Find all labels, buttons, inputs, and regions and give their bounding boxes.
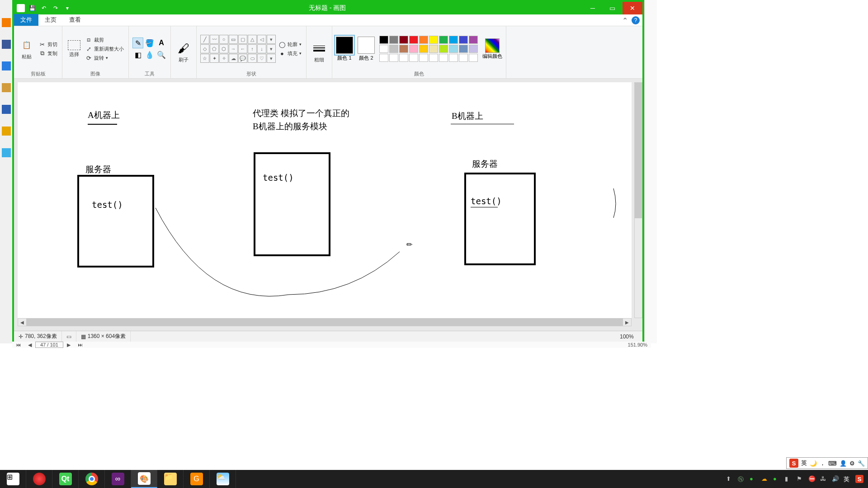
palette-color[interactable]	[409, 54, 418, 62]
tray-icon[interactable]: ☁	[761, 475, 769, 483]
palette-color[interactable]	[409, 45, 418, 53]
tray-no-entry-icon[interactable]: ⛔	[808, 475, 816, 483]
qat-undo-icon[interactable]: ↶	[39, 4, 48, 13]
palette-color[interactable]	[419, 54, 428, 62]
label-a-machine: A机器上	[88, 109, 120, 121]
tab-view[interactable]: 查看	[63, 14, 87, 26]
palette-color[interactable]	[459, 54, 468, 62]
shapes-gallery[interactable]: ╱〰○▭▢△◁▾ ◇⬠⬡→←↑↓▾ ☆✦✧☁💬⬭♡▾	[200, 35, 276, 63]
help-icon[interactable]: ?	[632, 16, 640, 24]
palette-color[interactable]	[379, 45, 388, 53]
palette-color[interactable]	[429, 45, 438, 53]
close-button[interactable]: ✕	[623, 2, 642, 14]
tray-lang[interactable]: 英	[844, 475, 851, 483]
selection-size-icon: ▭	[66, 333, 71, 340]
tray-network-icon[interactable]: 🖧	[820, 475, 827, 483]
tray-sogou-icon[interactable]: S	[855, 475, 863, 483]
palette-color[interactable]	[429, 54, 438, 62]
start-button[interactable]: ⊞	[0, 470, 26, 488]
rotate-button[interactable]: ⟳旋转▾	[84, 54, 125, 62]
palette-color[interactable]	[389, 45, 398, 53]
task-qt[interactable]: Qt	[52, 470, 79, 488]
paint-window: 💾 ↶ ↷ ▾ 无标题 - 画图 ─ ▭ ✕ 文件 主页 查看 ⌃ ? 📋 粘贴	[12, 0, 644, 343]
qat-dropdown-icon[interactable]: ▾	[63, 4, 72, 13]
palette-color[interactable]	[469, 45, 478, 53]
tab-home[interactable]: 主页	[38, 14, 63, 26]
palette-color[interactable]	[419, 36, 428, 44]
minimize-button[interactable]: ─	[583, 2, 603, 14]
task-weather[interactable]: ⛅	[210, 470, 236, 488]
palette-color[interactable]	[459, 45, 468, 53]
palette-color[interactable]	[399, 45, 408, 53]
task-vs[interactable]: ∞	[105, 470, 131, 488]
text-tool[interactable]: A	[156, 38, 167, 48]
palette-color[interactable]	[399, 36, 408, 44]
palette-color[interactable]	[389, 54, 398, 62]
palette-color[interactable]	[399, 54, 408, 62]
palette-color[interactable]	[419, 45, 428, 53]
tray-icon[interactable]: ⬆	[726, 475, 733, 483]
color-picker-tool[interactable]: 💧	[144, 49, 155, 60]
tray-icon[interactable]: Ⓝ	[738, 475, 745, 483]
palette-color[interactable]	[379, 54, 388, 62]
collapse-ribbon-icon[interactable]: ⌃	[622, 16, 628, 25]
bg-icon	[2, 105, 11, 114]
tray-volume-icon[interactable]: 🔊	[832, 475, 839, 483]
horizontal-scrollbar[interactable]: ◀▶	[18, 318, 632, 326]
bg-icon	[2, 83, 11, 92]
crop-button[interactable]: ⧈裁剪	[84, 36, 125, 44]
tray-icon[interactable]: ⚑	[797, 475, 804, 483]
color1-button[interactable]: 颜色 1	[336, 37, 353, 61]
ime-comma-icon: ，	[820, 459, 826, 467]
palette-color[interactable]	[449, 45, 458, 53]
palette-color[interactable]	[409, 36, 418, 44]
brush-button[interactable]: 🖌 刷子	[175, 40, 193, 64]
palette-color[interactable]	[439, 45, 448, 53]
title-bar: 💾 ↶ ↷ ▾ 无标题 - 画图 ─ ▭ ✕	[14, 2, 642, 14]
label-b-machine: B机器上	[452, 110, 483, 122]
cut-button[interactable]: ✂剪切	[38, 40, 58, 48]
tray-icon[interactable]: ●	[773, 475, 780, 483]
palette-color[interactable]	[459, 36, 468, 44]
tray-icon[interactable]: ▮	[785, 475, 792, 483]
task-explorer[interactable]: 📁	[157, 470, 184, 488]
maximize-button[interactable]: ▭	[603, 2, 623, 14]
shape-fill-button[interactable]: ●填充▾	[278, 49, 302, 57]
palette-color[interactable]	[429, 36, 438, 44]
task-record[interactable]	[26, 470, 52, 488]
resize-button[interactable]: ⤢重新调整大小	[84, 45, 125, 53]
palette-color[interactable]	[449, 54, 458, 62]
qat-redo-icon[interactable]: ↷	[51, 4, 60, 13]
color2-button[interactable]: 颜色 2	[358, 37, 375, 61]
thickness-button[interactable]: 粗细	[310, 40, 328, 64]
copy-button[interactable]: ⧉复制	[38, 49, 58, 57]
palette-color[interactable]	[469, 36, 478, 44]
magnifier-tool[interactable]: 🔍	[156, 49, 167, 60]
status-bar: ✛780, 362像素 ▭ ▦1360 × 604像素 100%	[14, 331, 642, 342]
vertical-scrollbar[interactable]	[634, 82, 642, 318]
palette-color[interactable]	[389, 36, 398, 44]
canvas[interactable]: A机器上 代理类 模拟了一个真正的B机器上的服务模块 B机器上 服务器 test…	[18, 82, 632, 318]
box-a	[77, 175, 154, 267]
tab-file[interactable]: 文件	[14, 14, 38, 26]
fill-tool[interactable]: 🪣	[144, 38, 155, 48]
edit-colors-button[interactable]: 编辑颜色	[482, 38, 502, 60]
ime-floating-bar[interactable]: S 英 🌙 ， ⌨ 👤 ⚙ 🔧	[786, 457, 868, 469]
paste-button[interactable]: 📋 粘贴	[18, 37, 36, 61]
pencil-tool[interactable]: ✎	[132, 38, 143, 48]
qat-save-icon[interactable]: 💾	[28, 4, 37, 13]
task-chrome[interactable]	[79, 470, 105, 488]
eraser-tool[interactable]: ◧	[132, 49, 143, 60]
palette-color[interactable]	[469, 54, 478, 62]
task-paint[interactable]: 🎨	[131, 470, 157, 488]
palette-color[interactable]	[439, 54, 448, 62]
bg-icon	[2, 148, 11, 157]
palette-color[interactable]	[449, 36, 458, 44]
box-proxy	[254, 152, 330, 256]
task-foxit[interactable]: G	[184, 470, 210, 488]
shape-outline-button[interactable]: ◯轮廓▾	[278, 40, 302, 48]
select-button[interactable]: 选择	[66, 39, 82, 59]
palette-color[interactable]	[439, 36, 448, 44]
tray-icon[interactable]: ●	[750, 475, 757, 483]
palette-color[interactable]	[379, 36, 388, 44]
